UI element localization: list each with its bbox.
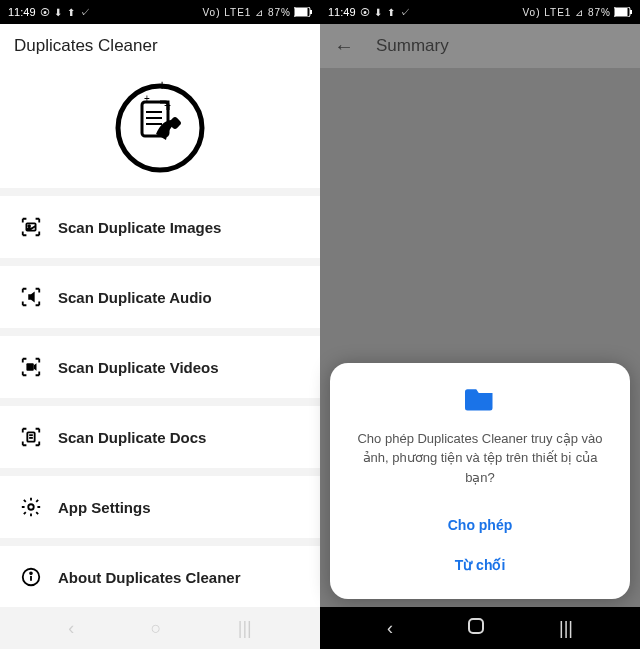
app-bar-summary: ← Summary: [320, 24, 640, 68]
info-icon: [20, 566, 42, 588]
menu-about[interactable]: About Duplicates Cleaner: [0, 546, 320, 608]
scan-docs-icon: [20, 426, 42, 448]
menu-scan-docs[interactable]: Scan Duplicate Docs: [0, 406, 320, 468]
sparkles-icon: +++: [140, 76, 240, 180]
nav-home[interactable]: ○: [151, 618, 162, 639]
svg-point-18: [28, 504, 34, 510]
menu-label: Scan Duplicate Videos: [58, 359, 219, 376]
scan-audio-icon: [20, 286, 42, 308]
summary-title: Summary: [376, 36, 449, 56]
hero-logo: +++: [0, 68, 320, 188]
svg-text:+: +: [164, 99, 171, 113]
app-bar: Duplicates Cleaner: [0, 24, 320, 68]
menu-list: Scan Duplicate Images Scan Duplicate Aud…: [0, 188, 320, 608]
status-left-icons: ⦿ ⬇ ⬆ ✓: [360, 7, 411, 18]
permission-dialog: Cho phép Duplicates Cleaner truy cập vào…: [330, 363, 630, 600]
menu-scan-audio[interactable]: Scan Duplicate Audio: [0, 266, 320, 328]
status-right: Vo) LTE1 ⊿ 87%: [202, 7, 291, 18]
deny-button[interactable]: Từ chối: [350, 545, 610, 585]
status-time: 11:49: [328, 6, 356, 18]
menu-label: About Duplicates Cleaner: [58, 569, 241, 586]
svg-rect-14: [26, 363, 33, 370]
menu-label: Scan Duplicate Docs: [58, 429, 206, 446]
menu-app-settings[interactable]: App Settings: [0, 476, 320, 538]
allow-button[interactable]: Cho phép: [350, 505, 610, 545]
nav-back[interactable]: ‹: [387, 618, 393, 639]
app-title: Duplicates Cleaner: [14, 36, 158, 56]
status-left-icons: ⦿ ⬇ ⬆ ✓: [40, 7, 91, 18]
folder-icon: [465, 385, 495, 415]
menu-label: Scan Duplicate Audio: [58, 289, 212, 306]
svg-rect-25: [469, 619, 483, 633]
menu-label: App Settings: [58, 499, 151, 516]
nav-home[interactable]: [467, 617, 485, 640]
nav-bar: ‹ |||: [320, 607, 640, 649]
menu-scan-videos[interactable]: Scan Duplicate Videos: [0, 336, 320, 398]
nav-recents[interactable]: |||: [559, 618, 573, 639]
gear-icon: [20, 496, 42, 518]
scan-video-icon: [20, 356, 42, 378]
status-bar: 11:49 ⦿ ⬇ ⬆ ✓ Vo) LTE1 ⊿ 87%: [320, 0, 640, 24]
back-arrow-icon[interactable]: ←: [334, 35, 354, 58]
svg-rect-24: [630, 10, 632, 14]
scan-image-icon: [20, 216, 42, 238]
battery-icon: [614, 7, 632, 17]
battery-icon: [294, 7, 312, 17]
nav-bar: ‹ ○ |||: [0, 607, 320, 649]
permission-text: Cho phép Duplicates Cleaner truy cập vào…: [350, 429, 610, 488]
svg-text:+: +: [144, 93, 150, 104]
screen-permission: 11:49 ⦿ ⬇ ⬆ ✓ Vo) LTE1 ⊿ 87% ← Summary C…: [320, 0, 640, 649]
svg-point-13: [28, 225, 30, 227]
status-time: 11:49: [8, 6, 36, 18]
status-right: Vo) LTE1 ⊿ 87%: [522, 7, 611, 18]
screen-main: 11:49 ⦿ ⬇ ⬆ ✓ Vo) LTE1 ⊿ 87% Duplicates …: [0, 0, 320, 649]
svg-text:+: +: [158, 77, 166, 93]
svg-point-21: [30, 572, 32, 574]
menu-label: Scan Duplicate Images: [58, 219, 221, 236]
status-bar: 11:49 ⦿ ⬇ ⬆ ✓ Vo) LTE1 ⊿ 87%: [0, 0, 320, 24]
svg-rect-1: [295, 8, 308, 16]
svg-rect-23: [615, 8, 628, 16]
nav-back[interactable]: ‹: [68, 618, 74, 639]
svg-rect-2: [310, 10, 312, 14]
nav-recents[interactable]: |||: [238, 618, 252, 639]
menu-scan-images[interactable]: Scan Duplicate Images: [0, 196, 320, 258]
